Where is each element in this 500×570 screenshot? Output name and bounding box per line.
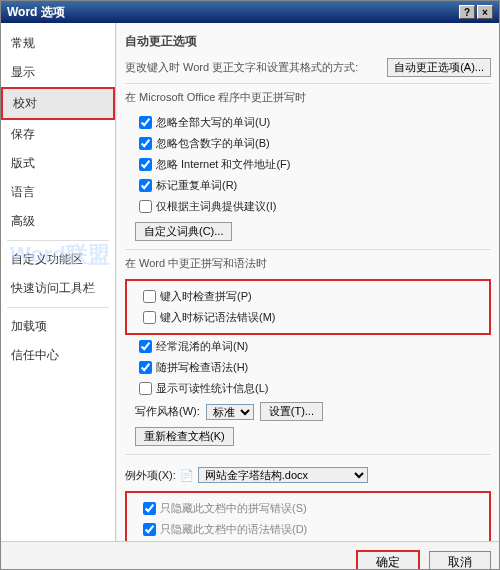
- lbl-mark-grammar: 键入时标记语法错误(M): [160, 310, 276, 325]
- sidebar-item-addins[interactable]: 加载项: [1, 312, 115, 341]
- sidebar-item-general[interactable]: 常规: [1, 29, 115, 58]
- lbl-grammar-with-spelling: 随拼写检查语法(H): [156, 360, 248, 375]
- cancel-button[interactable]: 取消: [429, 551, 491, 570]
- cb-confused-words[interactable]: [139, 340, 152, 353]
- sidebar-item-save[interactable]: 保存: [1, 120, 115, 149]
- writing-style-label: 写作风格(W):: [135, 404, 200, 419]
- spellcheck-highlight-box: 键入时检查拼写(P) 键入时标记语法错误(M): [125, 279, 491, 335]
- lbl-readability-stats: 显示可读性统计信息(L): [156, 381, 268, 396]
- cb-ignore-uppercase[interactable]: [139, 116, 152, 129]
- help-icon[interactable]: ?: [459, 5, 475, 19]
- custom-dict-button[interactable]: 自定义词典(C)...: [135, 222, 232, 241]
- cb-check-spelling[interactable]: [143, 290, 156, 303]
- word-doc-icon: 📄: [180, 469, 194, 482]
- content-pane: 自动更正选项 更改键入时 Word 更正文字和设置其格式的方式: 自动更正选项(…: [116, 23, 499, 541]
- cb-flag-repeat[interactable]: [139, 179, 152, 192]
- lbl-ignore-uppercase: 忽略全部大写的单词(U): [156, 115, 270, 130]
- sidebar-item-customize-ribbon[interactable]: 自定义功能区: [1, 245, 115, 274]
- cb-readability-stats[interactable]: [139, 382, 152, 395]
- divider: [7, 307, 109, 308]
- autocorrect-options-button[interactable]: 自动更正选项(A)...: [387, 58, 491, 77]
- exceptions-highlight-box: 只隐藏此文档中的拼写错误(S) 只隐藏此文档中的语法错误(D): [125, 491, 491, 541]
- section-office-proofing: 在 Microsoft Office 程序中更正拼写时: [125, 83, 491, 105]
- lbl-ignore-internet: 忽略 Internet 和文件地址(F): [156, 157, 290, 172]
- sidebar-item-qat[interactable]: 快速访问工具栏: [1, 274, 115, 303]
- sidebar-item-layout[interactable]: 版式: [1, 149, 115, 178]
- sidebar-item-advanced[interactable]: 高级: [1, 207, 115, 236]
- sidebar: 常规 显示 校对 保存 版式 语言 高级 自定义功能区 快速访问工具栏 加载项 …: [1, 23, 116, 541]
- title-bar: Word 选项 ? ×: [1, 1, 499, 23]
- divider: [7, 240, 109, 241]
- lbl-check-spelling: 键入时检查拼写(P): [160, 289, 252, 304]
- sidebar-item-proofing[interactable]: 校对: [1, 87, 115, 120]
- ok-button[interactable]: 确定: [356, 550, 420, 570]
- exceptions-label: 例外项(X):: [125, 468, 176, 483]
- cb-mark-grammar[interactable]: [143, 311, 156, 324]
- cb-ignore-numbers[interactable]: [139, 137, 152, 150]
- cb-hide-spelling-this-doc[interactable]: [143, 502, 156, 515]
- lbl-confused-words: 经常混淆的单词(N): [156, 339, 248, 354]
- sidebar-item-trust[interactable]: 信任中心: [1, 341, 115, 370]
- cb-ignore-internet[interactable]: [139, 158, 152, 171]
- cb-grammar-with-spelling[interactable]: [139, 361, 152, 374]
- writing-style-select[interactable]: 标准: [206, 404, 254, 420]
- close-icon[interactable]: ×: [477, 5, 493, 19]
- cb-hide-grammar-this-doc[interactable]: [143, 523, 156, 536]
- lbl-ignore-numbers: 忽略包含数字的单词(B): [156, 136, 270, 151]
- section-autocorrect: 自动更正选项: [125, 33, 491, 50]
- autocorrect-text: 更改键入时 Word 更正文字和设置其格式的方式:: [125, 61, 358, 73]
- cb-maindict-only[interactable]: [139, 200, 152, 213]
- exceptions-doc-select[interactable]: 网站金字塔结构.docx: [198, 467, 368, 483]
- window-title: Word 选项: [7, 4, 457, 21]
- lbl-hide-grammar-this-doc: 只隐藏此文档中的语法错误(D): [160, 522, 307, 537]
- section-word-proofing: 在 Word 中更正拼写和语法时: [125, 249, 491, 271]
- settings-button[interactable]: 设置(T)...: [260, 402, 323, 421]
- sidebar-item-display[interactable]: 显示: [1, 58, 115, 87]
- lbl-maindict-only: 仅根据主词典提供建议(I): [156, 199, 276, 214]
- lbl-flag-repeat: 标记重复单词(R): [156, 178, 237, 193]
- dialog-footer: 确定 取消: [1, 541, 499, 570]
- lbl-hide-spelling-this-doc: 只隐藏此文档中的拼写错误(S): [160, 501, 307, 516]
- sidebar-item-language[interactable]: 语言: [1, 178, 115, 207]
- recheck-doc-button[interactable]: 重新检查文档(K): [135, 427, 234, 446]
